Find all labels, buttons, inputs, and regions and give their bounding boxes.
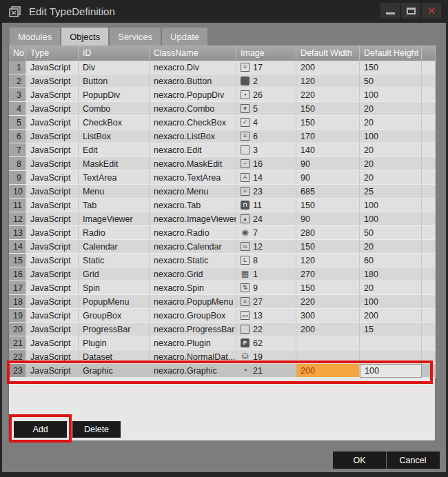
classname-cell[interactable]: nexacro.Static: [150, 254, 236, 267]
table-row[interactable]: 23JavaScriptGraphicnexacro.Graphic◔21200…: [9, 364, 436, 378]
filler-cell[interactable]: [422, 309, 436, 323]
default-width-cell[interactable]: 90: [296, 157, 360, 171]
classname-cell[interactable]: nexacro.ProgressBar: [150, 323, 236, 336]
row-number-cell[interactable]: 10: [9, 185, 26, 199]
default-width-cell[interactable]: 150: [296, 199, 360, 212]
default-width-cell[interactable]: 150: [296, 102, 360, 116]
type-cell[interactable]: JavaScript: [26, 226, 79, 240]
type-cell[interactable]: JavaScript: [26, 267, 79, 281]
column-header-default-height[interactable]: Default Height: [360, 45, 422, 61]
classname-cell[interactable]: nexacro.Graphic: [150, 364, 236, 378]
image-cell[interactable]: ✓4: [236, 116, 296, 130]
image-cell[interactable]: ▪26: [236, 88, 296, 102]
filler-cell[interactable]: [422, 130, 436, 143]
row-number-cell[interactable]: 9: [9, 171, 26, 185]
table-row[interactable]: 3JavaScriptPopupDivnexacro.PopupDiv▪2622…: [9, 88, 436, 102]
table-row[interactable]: 5JavaScriptCheckBoxnexacro.CheckBox✓4150…: [9, 116, 436, 130]
row-number-cell[interactable]: 22: [9, 350, 26, 364]
image-cell[interactable]: xyz13: [236, 309, 296, 323]
table-row[interactable]: 16JavaScriptGridnexacro.Grid▦1270180: [9, 267, 436, 281]
row-number-cell[interactable]: 14: [9, 240, 26, 254]
id-cell[interactable]: PopupMenu: [79, 295, 150, 309]
add-button[interactable]: Add: [14, 421, 67, 438]
default-width-cell[interactable]: 200: [296, 61, 360, 74]
table-row[interactable]: 2JavaScriptButtonnexacro.Button212050: [9, 74, 436, 88]
filler-cell[interactable]: [422, 74, 436, 88]
default-width-cell[interactable]: 120: [296, 74, 360, 88]
filler-cell[interactable]: [422, 212, 436, 226]
type-cell[interactable]: JavaScript: [26, 323, 79, 336]
minimize-button[interactable]: [380, 3, 400, 19]
image-cell[interactable]: ◉7: [236, 226, 296, 240]
filler-cell[interactable]: [422, 102, 436, 116]
row-number-cell[interactable]: 8: [9, 157, 26, 171]
tab-modules[interactable]: Modules: [10, 28, 60, 45]
id-cell[interactable]: Radio: [79, 226, 150, 240]
column-header-image[interactable]: Image: [236, 45, 296, 61]
row-number-cell[interactable]: 7: [9, 143, 26, 157]
image-cell[interactable]: **16: [236, 157, 296, 171]
type-cell[interactable]: JavaScript: [26, 143, 79, 157]
id-cell[interactable]: Menu: [79, 185, 150, 199]
row-number-cell[interactable]: 3: [9, 88, 26, 102]
default-height-cell[interactable]: 100: [360, 88, 422, 102]
filler-cell[interactable]: [422, 295, 436, 309]
default-height-cell[interactable]: 50: [360, 226, 422, 240]
default-width-cell[interactable]: 685: [296, 185, 360, 199]
classname-cell[interactable]: nexacro.PopupMenu: [150, 295, 236, 309]
type-cell[interactable]: JavaScript: [26, 364, 79, 378]
classname-cell[interactable]: nexacro.Combo: [150, 102, 236, 116]
id-cell[interactable]: Spin: [79, 281, 150, 295]
image-cell[interactable]: 2: [236, 74, 296, 88]
type-cell[interactable]: JavaScript: [26, 102, 79, 116]
row-number-cell[interactable]: 6: [9, 130, 26, 143]
row-number-cell[interactable]: 23: [9, 364, 26, 378]
type-cell[interactable]: JavaScript: [26, 240, 79, 254]
filler-cell[interactable]: [422, 143, 436, 157]
close-button[interactable]: ✕: [422, 3, 441, 19]
id-cell[interactable]: Edit: [79, 143, 150, 157]
type-cell[interactable]: JavaScript: [26, 74, 79, 88]
filler-cell[interactable]: [422, 254, 436, 267]
row-number-cell[interactable]: 12: [9, 212, 26, 226]
table-row[interactable]: 4JavaScriptCombonexacro.Combo▾515020: [9, 102, 436, 116]
image-cell[interactable]: ⊓11: [236, 199, 296, 212]
id-cell[interactable]: Graphic: [79, 364, 150, 378]
type-cell[interactable]: JavaScript: [26, 212, 79, 226]
filler-cell[interactable]: [422, 336, 436, 350]
filler-cell[interactable]: [422, 323, 436, 336]
default-height-cell[interactable]: 100: [360, 364, 422, 378]
default-height-cell[interactable]: [360, 336, 422, 350]
classname-cell[interactable]: nexacro.MaskEdit: [150, 157, 236, 171]
table-row[interactable]: 22JavaScriptDatasetnexacro.NormalDat...⛁…: [9, 350, 436, 364]
default-height-cell[interactable]: 200: [360, 309, 422, 323]
default-height-cell[interactable]: 150: [360, 61, 422, 74]
id-cell[interactable]: Combo: [79, 102, 150, 116]
filler-cell[interactable]: [422, 364, 436, 378]
row-number-cell[interactable]: 21: [9, 336, 26, 350]
id-cell[interactable]: ProgressBar: [79, 323, 150, 336]
default-width-cell[interactable]: 150: [296, 116, 360, 130]
ok-button[interactable]: OK: [333, 451, 386, 469]
default-width-cell[interactable]: 280: [296, 226, 360, 240]
filler-cell[interactable]: [422, 350, 436, 364]
classname-cell[interactable]: nexacro.Edit: [150, 143, 236, 157]
id-cell[interactable]: MaskEdit: [79, 157, 150, 171]
classname-cell[interactable]: nexacro.Div: [150, 61, 236, 74]
filler-cell[interactable]: [422, 157, 436, 171]
filler-cell[interactable]: [422, 116, 436, 130]
type-cell[interactable]: JavaScript: [26, 88, 79, 102]
table-row[interactable]: 17JavaScriptSpinnexacro.Spin⇅915020: [9, 281, 436, 295]
classname-cell[interactable]: nexacro.TextArea: [150, 171, 236, 185]
id-cell[interactable]: ImageViewer: [79, 212, 150, 226]
default-height-cell[interactable]: 20: [360, 281, 422, 295]
table-row[interactable]: 14JavaScriptCalendarnexacro.Calendar3112…: [9, 240, 436, 254]
id-cell[interactable]: TextArea: [79, 171, 150, 185]
id-cell[interactable]: Dataset: [79, 350, 150, 364]
id-cell[interactable]: Button: [79, 74, 150, 88]
image-cell[interactable]: ≡6: [236, 130, 296, 143]
default-height-cell[interactable]: 100: [360, 199, 422, 212]
default-width-cell[interactable]: 170: [296, 130, 360, 143]
image-cell[interactable]: P62: [236, 336, 296, 350]
row-number-cell[interactable]: 11: [9, 199, 26, 212]
